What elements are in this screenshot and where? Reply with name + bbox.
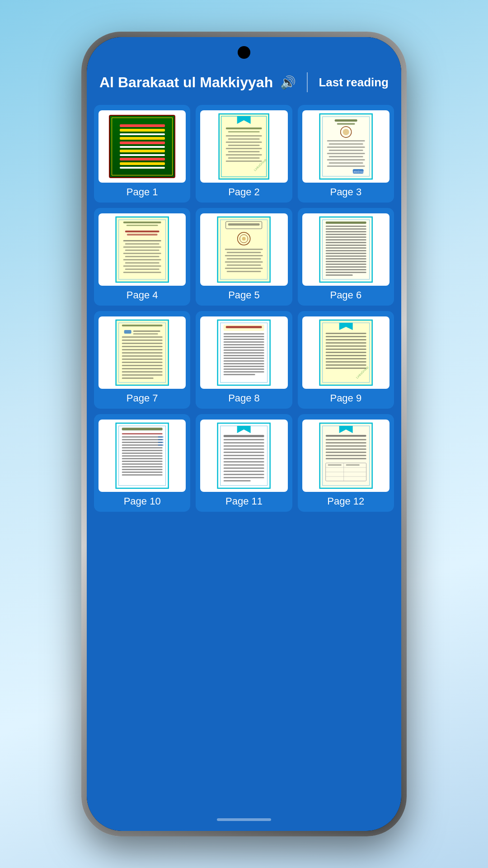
svg-rect-149 — [325, 368, 366, 369]
svg-rect-180 — [224, 439, 264, 440]
phone-screen: Al Barakaat ul Makkiyyah 🔊 Last reading — [87, 37, 401, 831]
phone-frame: Al Barakaat ul Makkiyyah 🔊 Last reading — [81, 32, 407, 836]
last-reading-button[interactable]: Last reading — [319, 75, 389, 90]
svg-rect-76 — [325, 234, 366, 235]
page-card-5[interactable]: Page 5 — [196, 208, 292, 306]
page-card-10[interactable]: Page 10 — [94, 414, 190, 512]
page-thumbnail-6 — [302, 213, 389, 286]
svg-rect-168 — [122, 469, 163, 470]
svg-rect-212 — [346, 464, 359, 466]
svg-rect-190 — [224, 471, 264, 472]
svg-rect-26 — [328, 150, 363, 151]
svg-rect-75 — [325, 231, 366, 232]
page-card-7[interactable]: Page 7 — [94, 311, 190, 409]
svg-rect-31 — [327, 165, 365, 167]
page-card-12[interactable]: Page 12 — [298, 414, 394, 512]
svg-rect-163 — [122, 455, 163, 457]
page-label-2: Page 2 — [228, 186, 260, 198]
svg-rect-90 — [325, 272, 366, 273]
svg-rect-188 — [224, 464, 264, 466]
svg-rect-11 — [228, 151, 260, 152]
svg-rect-30 — [328, 162, 363, 164]
svg-rect-82 — [325, 250, 366, 251]
svg-rect-179 — [224, 435, 264, 437]
svg-rect-67 — [225, 268, 263, 269]
svg-rect-20 — [337, 123, 355, 125]
svg-rect-79 — [325, 242, 366, 243]
svg-rect-95 — [122, 325, 163, 326]
svg-rect-97 — [133, 330, 160, 332]
home-indicator[interactable] — [217, 818, 271, 821]
svg-rect-45 — [125, 250, 160, 251]
svg-rect-126 — [224, 355, 264, 356]
page-card-9[interactable]: LinksGroup Page 9 — [298, 311, 394, 409]
svg-rect-119 — [224, 336, 264, 337]
svg-rect-144 — [325, 352, 366, 353]
svg-rect-130 — [224, 366, 264, 367]
svg-rect-140 — [325, 339, 366, 340]
svg-rect-128 — [224, 360, 264, 362]
svg-rect-146 — [325, 358, 366, 359]
page-label-3: Page 3 — [330, 186, 361, 198]
page-label-4: Page 4 — [127, 289, 158, 301]
svg-rect-101 — [122, 343, 163, 344]
svg-rect-124 — [224, 349, 264, 351]
svg-rect-173 — [158, 442, 164, 443]
svg-rect-172 — [158, 439, 164, 440]
page-label-1: Page 1 — [127, 186, 158, 198]
svg-rect-28 — [328, 156, 363, 157]
page-thumbnail-10 — [99, 420, 186, 492]
svg-rect-80 — [325, 245, 366, 246]
svg-rect-148 — [325, 364, 366, 366]
page-thumbnail-11 — [200, 420, 287, 492]
svg-rect-102 — [122, 346, 163, 347]
svg-rect-10 — [226, 148, 262, 149]
svg-rect-147 — [325, 361, 366, 363]
svg-rect-205 — [325, 458, 366, 459]
page-thumbnail-1 — [99, 110, 186, 183]
svg-rect-1 — [219, 114, 269, 179]
svg-rect-99 — [122, 336, 163, 338]
svg-rect-159 — [122, 444, 163, 446]
page-card-2[interactable]: LinksGroup Page 2 — [196, 105, 292, 203]
svg-rect-42 — [123, 240, 161, 241]
svg-rect-118 — [224, 333, 264, 335]
svg-rect-145 — [325, 355, 366, 356]
svg-rect-191 — [224, 474, 264, 475]
svg-rect-46 — [123, 253, 161, 254]
svg-rect-83 — [325, 253, 366, 254]
svg-rect-24 — [328, 143, 363, 145]
svg-rect-87 — [325, 264, 366, 265]
page-card-6[interactable]: Page 6 — [298, 208, 394, 306]
svg-rect-66 — [227, 264, 261, 266]
svg-rect-88 — [325, 266, 366, 268]
svg-rect-169 — [122, 472, 163, 473]
svg-text:LinksGroup: LinksGroup — [352, 170, 364, 173]
svg-rect-201 — [325, 445, 366, 447]
svg-rect-86 — [325, 261, 366, 262]
page-card-11[interactable]: Page 11 — [196, 414, 292, 512]
svg-rect-187 — [224, 461, 264, 462]
svg-rect-120 — [224, 339, 264, 340]
svg-rect-103 — [122, 349, 163, 350]
svg-rect-37 — [123, 222, 161, 223]
svg-rect-133 — [224, 374, 255, 375]
svg-rect-185 — [224, 455, 264, 456]
page-card-8[interactable]: Page 8 — [196, 311, 292, 409]
svg-rect-6 — [226, 135, 262, 137]
svg-rect-131 — [224, 368, 264, 370]
svg-rect-84 — [325, 255, 366, 257]
svg-rect-106 — [122, 359, 163, 360]
svg-rect-68 — [227, 271, 261, 272]
svg-rect-125 — [224, 352, 264, 354]
svg-rect-200 — [325, 442, 366, 443]
page-card-1[interactable]: Page 1 — [94, 105, 190, 203]
svg-rect-183 — [224, 448, 264, 450]
svg-rect-40 — [125, 231, 160, 232]
bottom-bar — [87, 808, 401, 831]
svg-rect-72 — [325, 222, 366, 224]
speaker-icon[interactable]: 🔊 — [280, 75, 296, 90]
page-card-4[interactable]: Page 4 — [94, 208, 190, 306]
page-card-3[interactable]: LinksGroup Page 3 — [298, 105, 394, 203]
svg-rect-107 — [122, 362, 163, 363]
